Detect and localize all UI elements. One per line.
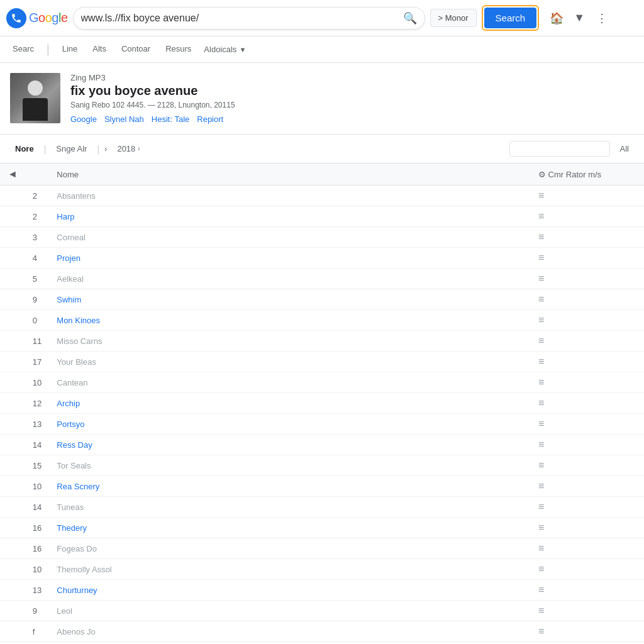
row-track-name[interactable]: Ress Day [49,435,531,455]
row-track-name[interactable]: Mon Kinoes [49,310,531,331]
row-track-name[interactable]: Churturney [49,580,531,601]
row-track-name[interactable]: Your Bleas [49,352,531,372]
search-button-wrapper: Search [482,5,540,31]
row-rating: ≡ [531,393,644,414]
table-row: 12Archip≡ [0,393,644,414]
row-number: 16 [25,538,49,559]
row-number: 10 [25,476,49,497]
search-button[interactable]: Search [484,8,537,28]
table-row: 15Tor Seals≡ [0,455,644,476]
filter-search-input[interactable] [509,141,610,157]
row-options-icon[interactable]: ≡ [538,397,544,408]
row-number: 10 [25,559,49,580]
google-logo: Google [6,8,68,28]
row-track-name[interactable]: Leol [49,601,531,621]
home-icon[interactable]: 🏠 [547,8,567,28]
row-rating: ≡ [531,435,644,455]
menu-dots-icon[interactable]: ⋮ [592,8,612,28]
row-options-icon[interactable]: ≡ [538,626,544,636]
row-options-icon[interactable]: ≡ [538,356,544,367]
row-options-icon[interactable]: ≡ [538,543,544,553]
artist-link-slynel[interactable]: Slynel Nah [104,114,144,124]
url-search-bar[interactable]: www.ls.//fix boyce avenue/ 🔍 [73,7,425,30]
row-track-name[interactable]: Harp [49,206,531,227]
row-track-name[interactable]: Tuneas [49,497,531,518]
url-input[interactable]: www.ls.//fix boyce avenue/ [81,13,403,24]
row-options-icon[interactable]: ≡ [538,211,544,221]
row-menu-icon [0,310,25,331]
nav-tab-alts[interactable]: Alts [90,40,109,58]
nav-more-button[interactable]: Aldoicals ▼ [204,45,246,54]
row-track-name[interactable]: Themolly Assol [49,559,531,580]
row-options-icon[interactable]: ≡ [538,273,544,284]
nav-tab-resurs[interactable]: Resurs [163,40,194,58]
arrow-down-icon[interactable]: ▼ [569,8,589,28]
row-track-name[interactable]: Portsyo [49,414,531,435]
artist-link-repiort[interactable]: Repiort [197,114,223,124]
artist-app-label: Zing MP3 [70,73,634,82]
table-row: 4Projen≡ [0,248,644,269]
row-options-icon[interactable]: ≡ [538,522,544,533]
row-options-icon[interactable]: ≡ [538,252,544,263]
table-row: 9Swhim≡ [0,289,644,310]
row-options-icon[interactable]: ≡ [538,439,544,450]
row-options-icon[interactable]: ≡ [538,605,544,616]
row-options-icon[interactable]: ≡ [538,418,544,429]
search-inline-icon[interactable]: 🔍 [403,11,417,25]
row-track-name[interactable]: Fogeas Do [49,538,531,559]
row-track-name[interactable]: Cantean [49,372,531,393]
row-rating: ≡ [531,455,644,476]
row-rating: ≡ [531,497,644,518]
row-track-name[interactable]: Corneal [49,227,531,248]
row-menu-icon [0,269,25,289]
back-arrow-icon[interactable]: ◄ [8,169,18,179]
row-options-icon[interactable]: ≡ [538,377,544,387]
filter-tab-snge[interactable]: Snge Alr [51,142,92,156]
row-options-icon[interactable]: ≡ [538,314,544,325]
row-options-icon[interactable]: ≡ [538,294,544,304]
row-track-name[interactable]: Projen [49,248,531,269]
artist-link-hesit[interactable]: Hesit: Tale [152,114,189,124]
google-phone-icon [6,8,26,28]
row-options-icon[interactable]: ≡ [538,460,544,470]
row-track-name[interactable]: Lick [49,642,531,645]
row-track-name[interactable]: Misso Carns [49,331,531,352]
filter-year-button[interactable]: 2018 › [112,142,145,156]
table-row: 17Your Bleas≡ [0,352,644,372]
row-track-name[interactable]: Tor Seals [49,455,531,476]
table-row: 10Cantean≡ [0,372,644,393]
row-track-name[interactable]: Archip [49,393,531,414]
row-options-icon[interactable]: ≡ [538,584,544,595]
row-track-name[interactable]: Swhim [49,289,531,310]
person-head [28,80,43,96]
filter-chevron-left[interactable]: › [104,144,107,153]
row-track-name[interactable]: Abenos Jo [49,621,531,642]
nav-tab-line[interactable]: Line [60,40,80,58]
row-menu-icon [0,621,25,642]
row-track-name[interactable]: Absantens [49,186,531,206]
filter-tab-nore[interactable]: Nore [10,142,39,156]
row-options-icon[interactable]: ≡ [538,564,544,574]
row-options-icon[interactable]: ≡ [538,190,544,201]
row-number: 10 [25,372,49,393]
nav-tab-searc[interactable]: Searc [10,40,36,58]
row-menu-icon [0,497,25,518]
nav-divider-1: | [47,43,50,56]
table-row: 7Lick≡ [0,642,644,645]
artist-link-google[interactable]: Google [70,114,97,124]
row-number: 13 [25,414,49,435]
row-number: 9 [25,601,49,621]
row-number: 15 [25,455,49,476]
row-options-icon[interactable]: ≡ [538,231,544,242]
row-options-icon[interactable]: ≡ [538,501,544,512]
table-row: 11Misso Carns≡ [0,331,644,352]
nav-tab-contoar[interactable]: Contoar [119,40,153,58]
row-options-icon[interactable]: ≡ [538,480,544,491]
row-track-name[interactable]: Thedery [49,518,531,538]
monitor-button[interactable]: > Monor [430,9,477,27]
row-number: 14 [25,435,49,455]
row-track-name[interactable]: Rea Scnery [49,476,531,497]
row-options-icon[interactable]: ≡ [538,335,544,346]
row-menu-icon [0,559,25,580]
row-track-name[interactable]: Aelkeal [49,269,531,289]
